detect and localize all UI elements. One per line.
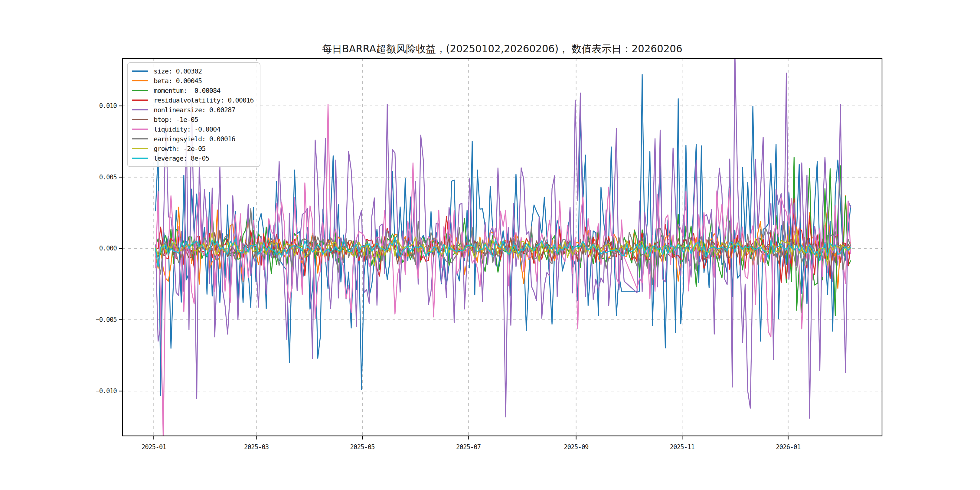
- series-line-momentum: [156, 157, 851, 315]
- y-axis-tick-label: 0.010: [0, 101, 117, 111]
- legend-item-momentum: momentum: -0.00084: [132, 86, 254, 95]
- legend-label: growth: -2e-05: [154, 145, 205, 153]
- legend-line-swatch: [132, 90, 148, 91]
- legend-item-leverage: leverage: 8e-05: [132, 153, 254, 163]
- legend-line-swatch: [132, 138, 148, 140]
- legend-label: btop: -1e-05: [154, 116, 198, 123]
- figure-canvas: 每日BARRA超额风险收益，(20250102,20260206)， 数值表示日…: [0, 0, 980, 490]
- legend-line-swatch: [132, 119, 148, 120]
- legend-label: residualvolatility: 0.00016: [154, 97, 254, 104]
- legend-line-swatch: [132, 100, 148, 101]
- legend-line-swatch: [132, 80, 148, 81]
- x-axis-tick-label: 2025-03: [226, 442, 286, 452]
- legend-item-size: size: 0.00302: [132, 66, 254, 76]
- y-axis-tick-label: 0.000: [0, 243, 117, 253]
- legend-label: liquidity: -0.0004: [154, 126, 220, 133]
- x-axis-tick-label: 2025-01: [123, 442, 184, 452]
- legend-line-swatch: [132, 129, 148, 130]
- x-axis-tick-label: 2025-05: [332, 442, 393, 452]
- legend-line-swatch: [132, 148, 148, 149]
- legend: size: 0.00302beta: 0.00045momentum: -0.0…: [127, 62, 261, 167]
- legend-item-nonlinearsize: nonlinearsize: 0.00287: [132, 105, 254, 115]
- legend-label: size: 0.00302: [154, 67, 202, 75]
- legend-item-btop: btop: -1e-05: [132, 115, 254, 124]
- legend-label: leverage: 8e-05: [154, 154, 209, 162]
- x-axis-tick-label: 2025-07: [438, 442, 498, 452]
- legend-item-residualvolatility: residualvolatility: 0.00016: [132, 95, 254, 105]
- y-axis-tick-label: −0.010: [0, 386, 117, 396]
- legend-line-swatch: [132, 109, 148, 110]
- x-axis-tick-label: 2025-09: [546, 442, 606, 452]
- legend-label: beta: 0.00045: [154, 77, 202, 85]
- y-axis-tick-label: −0.005: [0, 315, 117, 325]
- legend-item-earningsyield: earningsyield: 0.00016: [132, 134, 254, 144]
- legend-label: momentum: -0.00084: [154, 87, 220, 94]
- legend-line-swatch: [132, 158, 148, 159]
- legend-label: nonlinearsize: 0.00287: [154, 106, 235, 114]
- legend-label: earningsyield: 0.00016: [154, 135, 235, 143]
- x-axis-tick-label: 2026-01: [758, 442, 818, 452]
- legend-item-liquidity: liquidity: -0.0004: [132, 124, 254, 134]
- chart-title: 每日BARRA超额风险收益，(20250102,20260206)， 数值表示日…: [123, 42, 882, 56]
- x-axis-tick-label: 2025-11: [652, 442, 712, 452]
- legend-item-beta: beta: 0.00045: [132, 76, 254, 86]
- y-axis-tick-label: 0.005: [0, 172, 117, 182]
- legend-item-growth: growth: -2e-05: [132, 144, 254, 153]
- legend-line-swatch: [132, 70, 148, 72]
